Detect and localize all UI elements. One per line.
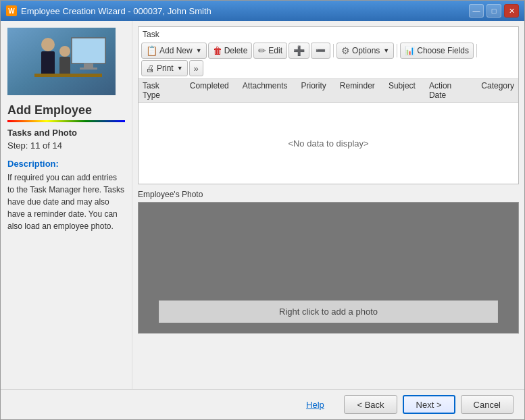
title-bar-left: W Employee Creation Wizard - 000037, Joh… (6, 5, 211, 16)
edit-button[interactable]: ✏ Edit (253, 43, 287, 59)
photo-section: Employee's Photo Right click to add a ph… (138, 190, 519, 334)
step-value: 11 of 14 (30, 140, 62, 151)
task-table-header: Task Type Completed Attachments Priority… (139, 79, 518, 103)
close-button[interactable]: ✕ (504, 4, 519, 18)
svg-rect-3 (80, 68, 97, 70)
sidebar-photo-inner (7, 28, 116, 95)
svg-rect-1 (72, 38, 105, 63)
svg-point-4 (41, 38, 55, 51)
add-new-button[interactable]: 📋 Add New ▼ (141, 43, 207, 59)
sidebar-subtitle: Tasks and Photo (7, 128, 125, 138)
photo-overlay: Right click to add a photo (159, 300, 498, 323)
choose-fields-button[interactable]: 📊 Choose Fields (400, 43, 474, 59)
photo-instruction-text: Right click to add a photo (279, 307, 378, 317)
minus-button[interactable]: ➖ (311, 43, 330, 59)
green-plus-button[interactable]: ➕ (289, 43, 309, 59)
options-arrow: ▼ (383, 47, 389, 54)
svg-point-6 (59, 46, 70, 57)
col-category: Category (481, 81, 514, 100)
photo-section-label: Employee's Photo (138, 190, 519, 199)
task-section: Task 📋 Add New ▼ 🗑 Delete ✏ Edit (138, 26, 519, 184)
step-label: Step: (7, 140, 28, 151)
next-button[interactable]: Next > (403, 395, 455, 414)
svg-rect-7 (59, 57, 70, 76)
more-button[interactable]: » (189, 60, 203, 76)
col-reminder: Reminder (340, 81, 375, 100)
help-button[interactable]: Help (291, 395, 339, 414)
svg-rect-2 (84, 63, 93, 68)
minimize-button[interactable]: — (469, 4, 484, 18)
delete-icon: 🗑 (213, 45, 222, 56)
col-subject: Subject (389, 81, 416, 100)
footer: Help < Back Next > Cancel (1, 389, 524, 419)
restore-button[interactable]: □ (486, 4, 501, 18)
main-content: Add Employee Tasks and Photo Step: 11 of… (1, 21, 524, 389)
col-priority: Priority (301, 81, 326, 100)
edit-label: Edit (268, 46, 282, 55)
app-icon: W (6, 5, 17, 16)
sidebar-step: Step: 11 of 14 (7, 140, 125, 151)
minus-icon: ➖ (316, 46, 326, 55)
more-icon: » (194, 63, 199, 74)
print-button[interactable]: 🖨 Print ▼ (141, 60, 188, 76)
main-window: W Employee Creation Wizard - 000037, Joh… (0, 0, 525, 420)
sidebar-photo (7, 28, 116, 95)
col-attachments: Attachments (243, 81, 288, 100)
gear-icon: ⚙ (341, 45, 350, 56)
back-button[interactable]: < Back (344, 395, 397, 414)
cancel-button[interactable]: Cancel (461, 395, 514, 414)
add-new-label: Add New (159, 46, 193, 55)
delete-label: Delete (224, 46, 248, 55)
fields-icon: 📊 (405, 46, 415, 55)
toolbar-separator-3 (476, 44, 477, 57)
col-task-type: Task Type (143, 81, 176, 100)
sidebar-divider (7, 120, 125, 122)
task-toolbar: 📋 Add New ▼ 🗑 Delete ✏ Edit ➕ (139, 41, 518, 79)
right-panel: Task 📋 Add New ▼ 🗑 Delete ✏ Edit (132, 21, 524, 389)
toolbar-separator-1 (333, 44, 334, 57)
print-icon: 🖨 (146, 63, 155, 74)
description-text: If required you can add entries to the T… (7, 172, 125, 232)
add-icon: 📋 (146, 45, 157, 56)
sidebar: Add Employee Tasks and Photo Step: 11 of… (1, 21, 132, 389)
col-completed: Completed (190, 81, 229, 100)
green-plus-icon: ➕ (293, 45, 305, 56)
svg-rect-8 (34, 74, 102, 77)
description-label: Description: (7, 159, 125, 169)
delete-button[interactable]: 🗑 Delete (208, 43, 253, 59)
no-data-message: <No data to display> (288, 138, 368, 149)
toolbar-separator-2 (397, 44, 397, 57)
sidebar-title: Add Employee (7, 103, 125, 117)
title-bar: W Employee Creation Wizard - 000037, Joh… (1, 1, 524, 21)
col-action-date: Action Date (429, 81, 468, 100)
options-button[interactable]: ⚙ Options ▼ (336, 43, 394, 59)
svg-rect-5 (41, 51, 55, 75)
options-label: Options (352, 46, 380, 55)
task-table-body: <No data to display> (139, 103, 518, 184)
title-controls: — □ ✕ (469, 4, 519, 18)
task-section-label: Task (139, 27, 518, 41)
photo-area[interactable]: Right click to add a photo (138, 202, 519, 334)
choose-fields-label: Choose Fields (417, 46, 469, 55)
window-title: Employee Creation Wizard - 000037, John … (21, 6, 211, 16)
print-label: Print (157, 63, 174, 73)
print-arrow: ▼ (177, 65, 183, 72)
edit-icon: ✏ (258, 45, 266, 56)
add-new-arrow: ▼ (196, 47, 202, 54)
